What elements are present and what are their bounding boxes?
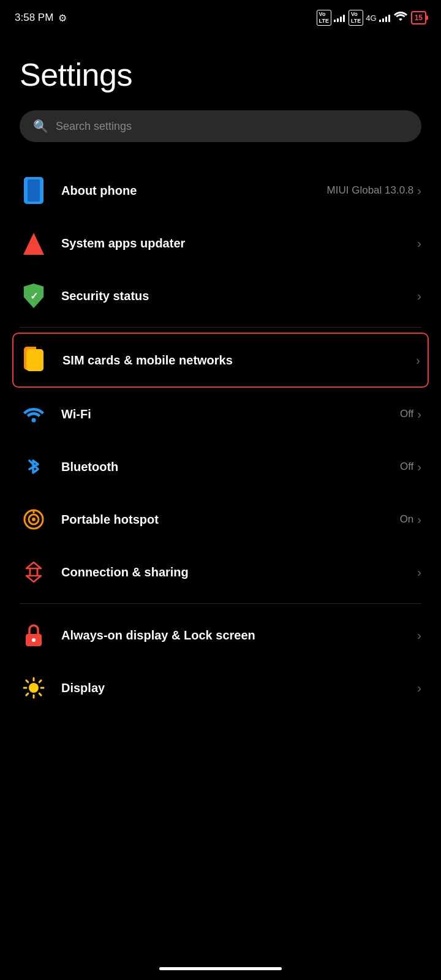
lock-screen-right: › bbox=[417, 628, 421, 643]
bluetooth-icon bbox=[24, 456, 43, 478]
hotspot-chevron: › bbox=[417, 513, 421, 527]
about-phone-label: About phone bbox=[61, 184, 137, 197]
connection-icon-wrapper bbox=[20, 558, 48, 586]
wifi-settings-icon bbox=[23, 403, 45, 425]
connection-sharing-right: › bbox=[417, 565, 421, 579]
status-bar-right: VoLTE VoLTE 4G bbox=[317, 10, 426, 26]
divider-1 bbox=[20, 327, 421, 328]
display-chevron: › bbox=[417, 681, 421, 695]
update-svg-icon bbox=[23, 232, 44, 255]
security-status-label: Security status bbox=[61, 289, 149, 303]
update-icon-wrapper bbox=[20, 229, 48, 257]
svg-point-4 bbox=[32, 418, 36, 423]
bluetooth-item[interactable]: Bluetooth Off › bbox=[20, 440, 421, 493]
wifi-icon-wrapper bbox=[20, 400, 48, 428]
about-phone-value: MIUI Global 13.0.8 bbox=[327, 184, 414, 197]
wifi-text: Wi-Fi bbox=[61, 407, 386, 421]
wifi-label: Wi-Fi bbox=[61, 407, 91, 421]
hotspot-right: On › bbox=[400, 513, 421, 527]
battery-indicator: 15 bbox=[411, 11, 426, 24]
hotspot-label: Portable hotspot bbox=[61, 513, 159, 526]
search-bar[interactable]: 🔍 Search settings bbox=[20, 110, 421, 142]
sim-cards-chevron: › bbox=[416, 353, 420, 368]
display-right: › bbox=[417, 681, 421, 695]
connection-sharing-label: Connection & sharing bbox=[61, 565, 189, 579]
volte-badge-2: VoLTE bbox=[349, 10, 363, 26]
about-phone-right: MIUI Global 13.0.8 › bbox=[327, 184, 421, 198]
connection-sharing-item[interactable]: Connection & sharing › bbox=[20, 546, 421, 598]
about-phone-icon-wrapper bbox=[20, 176, 48, 205]
system-apps-chevron: › bbox=[417, 236, 421, 251]
system-apps-label: System apps updater bbox=[61, 236, 185, 250]
display-label: Display bbox=[61, 681, 105, 695]
status-bar-left: 3:58 PM ⚙ bbox=[15, 12, 67, 24]
hotspot-icon-wrapper bbox=[20, 505, 48, 533]
display-section: Always-on display & Lock screen › bbox=[20, 609, 421, 708]
bluetooth-right: Off › bbox=[400, 460, 421, 474]
top-section: About phone MIUI Global 13.0.8 › System … bbox=[20, 164, 421, 322]
lock-screen-label: Always-on display & Lock screen bbox=[61, 628, 255, 642]
bottom-nav-bar bbox=[159, 955, 282, 970]
display-text: Display bbox=[61, 681, 404, 695]
bluetooth-value: Off bbox=[400, 461, 413, 473]
signal-group-1: VoLTE bbox=[317, 10, 345, 26]
system-apps-updater-item[interactable]: System apps updater › bbox=[20, 217, 421, 270]
hotspot-value: On bbox=[400, 513, 414, 526]
wifi-chevron: › bbox=[417, 407, 421, 421]
sim-cards-label: SIM cards & mobile networks bbox=[62, 353, 233, 367]
battery-level: 15 bbox=[415, 13, 423, 22]
svg-line-21 bbox=[26, 693, 28, 695]
main-content: Settings 🔍 Search settings About phone M… bbox=[0, 32, 441, 708]
display-item[interactable]: Display › bbox=[20, 662, 421, 708]
search-icon: 🔍 bbox=[33, 119, 48, 134]
time-display: 3:58 PM bbox=[15, 12, 53, 24]
volte-badge-1: VoLTE bbox=[317, 10, 331, 26]
settings-gear-icon: ⚙ bbox=[58, 12, 67, 24]
network-section: SIM cards & mobile networks › Wi-Fi Off … bbox=[20, 333, 421, 598]
hotspot-text: Portable hotspot bbox=[61, 513, 386, 527]
svg-point-13 bbox=[29, 683, 39, 693]
signal-bars-2 bbox=[379, 13, 390, 22]
search-placeholder: Search settings bbox=[56, 120, 132, 133]
sim-icon-wrapper bbox=[21, 346, 49, 374]
wifi-item[interactable]: Wi-Fi Off › bbox=[20, 388, 421, 440]
svg-rect-1 bbox=[28, 179, 40, 202]
svg-rect-3 bbox=[31, 246, 36, 254]
about-phone-icon bbox=[23, 177, 45, 204]
wifi-right: Off › bbox=[400, 407, 421, 421]
display-icon-wrapper bbox=[20, 674, 48, 702]
bluetooth-chevron: › bbox=[417, 460, 421, 474]
connection-sharing-text: Connection & sharing bbox=[61, 565, 404, 579]
security-status-item[interactable]: ✓ Security status › bbox=[20, 270, 421, 322]
signal-bars-1 bbox=[334, 13, 345, 22]
about-phone-chevron: › bbox=[417, 184, 421, 198]
page-title: Settings bbox=[20, 56, 421, 93]
lock-icon-wrapper bbox=[20, 621, 48, 649]
svg-point-12 bbox=[32, 638, 36, 642]
home-indicator bbox=[159, 967, 282, 970]
bluetooth-label: Bluetooth bbox=[61, 460, 118, 473]
lock-icon bbox=[23, 623, 44, 647]
shield-checkmark: ✓ bbox=[30, 290, 38, 302]
lock-screen-text: Always-on display & Lock screen bbox=[61, 627, 404, 644]
security-icon-wrapper: ✓ bbox=[20, 282, 48, 310]
divider-2 bbox=[20, 603, 421, 604]
security-shield-icon: ✓ bbox=[23, 284, 45, 308]
hotspot-item[interactable]: Portable hotspot On › bbox=[20, 493, 421, 546]
sim-cards-item[interactable]: SIM cards & mobile networks › bbox=[12, 333, 429, 388]
wifi-status-icon bbox=[394, 11, 407, 24]
svg-line-18 bbox=[26, 680, 28, 682]
svg-point-7 bbox=[32, 518, 36, 521]
wifi-value: Off bbox=[400, 408, 413, 420]
svg-line-20 bbox=[39, 680, 41, 682]
security-status-right: › bbox=[417, 289, 421, 303]
sim-card-icon bbox=[24, 347, 46, 374]
lock-screen-item[interactable]: Always-on display & Lock screen › bbox=[20, 609, 421, 662]
system-apps-text: System apps updater bbox=[61, 236, 404, 251]
lock-screen-chevron: › bbox=[417, 628, 421, 643]
svg-line-19 bbox=[39, 693, 41, 695]
signal-group-2: VoLTE 4G bbox=[349, 10, 390, 26]
status-bar: 3:58 PM ⚙ VoLTE VoLTE 4G bbox=[0, 0, 441, 32]
bluetooth-icon-wrapper bbox=[20, 453, 48, 481]
about-phone-item[interactable]: About phone MIUI Global 13.0.8 › bbox=[20, 164, 421, 217]
